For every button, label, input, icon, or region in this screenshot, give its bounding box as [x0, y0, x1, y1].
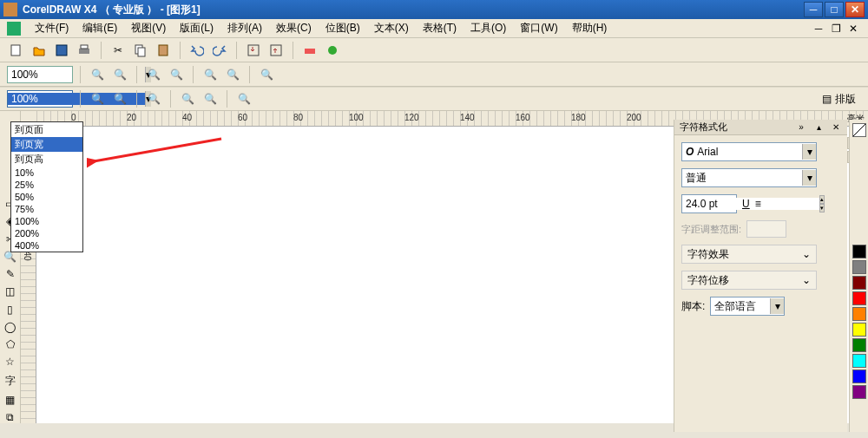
menu-layout[interactable]: 版面(L) — [173, 19, 220, 37]
zoom-in-icon[interactable]: 🔍 — [88, 65, 107, 84]
zoom-in-icon-2[interactable]: 🔍 — [88, 89, 107, 108]
zoom-option[interactable]: 100% — [11, 215, 82, 227]
smart-tool[interactable]: ◫ — [2, 285, 19, 297]
menu-view[interactable]: 视图(V) — [124, 19, 173, 37]
import-button[interactable] — [244, 41, 263, 60]
text-tool[interactable]: 字 — [2, 374, 19, 389]
cut-button[interactable]: ✂ — [108, 41, 128, 60]
chevron-down-icon[interactable]: ▾ — [802, 144, 816, 160]
zoom-combo-1[interactable]: ▾ — [7, 66, 73, 83]
maximize-button[interactable]: □ — [825, 2, 844, 17]
zoom-dropdown-list[interactable]: 到页面到页宽到页高10%25%50%75%100%200%400% — [10, 121, 83, 252]
menu-file[interactable]: 文件(F) — [28, 19, 76, 37]
shapes-tool[interactable]: ☆ — [2, 356, 19, 368]
zoom-option[interactable]: 50% — [11, 191, 82, 203]
open-button[interactable] — [30, 41, 49, 60]
menu-effects[interactable]: 效果(C) — [269, 19, 319, 37]
char-shift-expand[interactable]: 字符位移 ⌄ — [681, 271, 817, 290]
color-swatch[interactable] — [852, 323, 866, 337]
paste-button[interactable] — [154, 41, 173, 60]
ellipse-tool[interactable]: ◯ — [2, 321, 19, 333]
chevron-down-icon[interactable]: ▾ — [802, 170, 816, 186]
char-effects-expand[interactable]: 字符效果 ⌄ — [681, 245, 817, 264]
menu-arrange[interactable]: 排列(A) — [220, 19, 269, 37]
docker-close-icon[interactable]: ✕ — [830, 121, 842, 134]
docker-expand-icon[interactable]: » — [795, 121, 807, 134]
zoom-out-icon-2[interactable]: 🔍 — [110, 89, 129, 108]
zoom-all-icon-2[interactable]: 🔍 — [178, 89, 197, 108]
menu-help[interactable]: 帮助(H) — [565, 19, 615, 37]
close-button[interactable]: ✕ — [845, 2, 865, 17]
color-swatch[interactable] — [852, 291, 866, 305]
zoom-option[interactable]: 400% — [11, 239, 82, 252]
no-color-swatch[interactable] — [852, 123, 866, 137]
underline-icon[interactable]: U — [742, 198, 750, 210]
font-size-input[interactable]: ▴▾ — [681, 194, 737, 213]
color-swatch[interactable] — [852, 385, 866, 399]
minimize-button[interactable]: ─ — [804, 2, 823, 17]
script-select[interactable]: 全部语言 ▾ — [710, 297, 785, 316]
doc-close-button[interactable]: ✕ — [845, 23, 861, 35]
color-swatch[interactable] — [852, 369, 866, 383]
docker-title: 字符格式化 — [680, 121, 790, 134]
export-button[interactable] — [266, 41, 286, 60]
menu-edit[interactable]: 编辑(E) — [76, 19, 124, 37]
zoom-option[interactable]: 10% — [11, 167, 82, 179]
spin-up-icon[interactable]: ▴ — [819, 195, 825, 204]
new-button[interactable] — [7, 41, 26, 60]
zoom-out-icon[interactable]: 🔍 — [110, 65, 129, 84]
app-launcher-button[interactable] — [300, 41, 319, 60]
zoom-option[interactable]: 75% — [11, 203, 82, 215]
size-value[interactable] — [682, 198, 819, 210]
color-swatch[interactable] — [852, 245, 866, 258]
zoom-option[interactable]: 到页宽 — [11, 137, 82, 152]
rect-tool[interactable]: ▯ — [2, 304, 19, 316]
svg-line-11 — [94, 139, 221, 161]
menu-tools[interactable]: 工具(O) — [464, 19, 513, 37]
arrange-label[interactable]: 排版 — [835, 92, 856, 107]
font-style-select[interactable]: 普通 ▾ — [681, 168, 817, 187]
copy-button[interactable] — [131, 41, 150, 60]
zoom-width-icon[interactable]: 🔍 — [223, 65, 242, 84]
zoom-option[interactable]: 200% — [11, 227, 82, 239]
color-palette — [849, 120, 868, 432]
doc-minimize-button[interactable]: ─ — [811, 23, 826, 35]
zoom-sel-icon-2[interactable]: 🔍 — [144, 89, 163, 108]
blend-tool[interactable]: ⧉ — [2, 411, 19, 423]
redo-button[interactable] — [210, 41, 229, 60]
menu-window[interactable]: 窗口(W) — [513, 19, 564, 37]
zoom-selection-icon[interactable]: 🔍 — [144, 65, 163, 84]
line-style-icon[interactable]: ≡ — [755, 198, 761, 210]
table-tool[interactable]: ▦ — [2, 394, 19, 406]
zoom-width-icon-2[interactable]: 🔍 — [234, 89, 253, 108]
zoom-option[interactable]: 25% — [11, 179, 82, 191]
menu-text[interactable]: 文本(X) — [367, 19, 416, 37]
color-swatch[interactable] — [852, 354, 866, 368]
welcome-button[interactable] — [323, 41, 342, 60]
freehand-tool[interactable]: ✎ — [2, 268, 19, 280]
hruler-tick: 20 — [127, 113, 136, 122]
zoom-height-icon[interactable]: 🔍 — [257, 65, 276, 84]
zoom-combo-2[interactable]: ▾ — [7, 90, 73, 108]
spin-down-icon[interactable]: ▾ — [819, 204, 825, 212]
doc-restore-button[interactable]: ❐ — [828, 23, 844, 35]
zoom-page-icon[interactable]: 🔍 — [201, 65, 220, 84]
color-swatch[interactable] — [852, 276, 866, 290]
zoom-page-icon-2[interactable]: 🔍 — [201, 89, 220, 108]
docker-header[interactable]: 字符格式化 » ▴ ✕ — [674, 120, 847, 135]
print-button[interactable] — [75, 41, 94, 60]
color-swatch[interactable] — [852, 338, 866, 352]
menu-bitmaps[interactable]: 位图(B) — [319, 19, 367, 37]
docker-pin-icon[interactable]: ▴ — [812, 121, 825, 134]
font-select[interactable]: O Arial ▾ — [681, 142, 817, 161]
color-swatch[interactable] — [852, 307, 866, 321]
polygon-tool[interactable]: ⬠ — [2, 338, 19, 350]
undo-button[interactable] — [187, 41, 207, 60]
zoom-all-icon[interactable]: 🔍 — [167, 65, 186, 84]
save-button[interactable] — [52, 41, 71, 60]
chevron-down-icon[interactable]: ▾ — [770, 298, 784, 314]
zoom-option[interactable]: 到页面 — [11, 122, 82, 137]
color-swatch[interactable] — [852, 260, 866, 274]
menu-table[interactable]: 表格(T) — [416, 19, 464, 37]
zoom-option[interactable]: 到页高 — [11, 152, 82, 167]
